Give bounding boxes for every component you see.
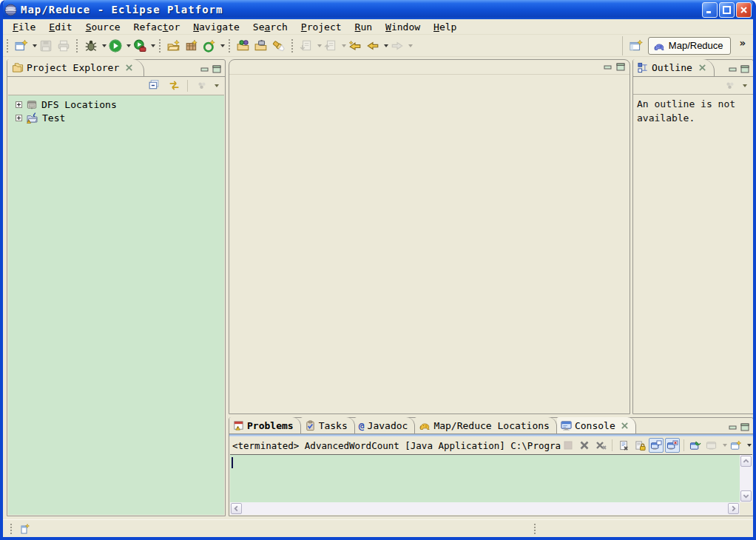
toolbar-grip[interactable]: [7, 39, 8, 53]
run-external-dropdown[interactable]: [151, 44, 155, 47]
console-toolbar-row: <terminated> AdvancedWordCount [Java App…: [229, 436, 753, 454]
open-console-dropdown[interactable]: [747, 444, 752, 447]
collapse-all-button[interactable]: [145, 77, 163, 95]
tab-javadoc[interactable]: @ Javadoc: [355, 417, 416, 433]
close-button[interactable]: [736, 2, 752, 18]
toolbar-grip[interactable]: [76, 39, 78, 53]
outline-tab[interactable]: Outline: [633, 59, 715, 76]
perspective-mapreduce-button[interactable]: Map/Reduce: [648, 37, 731, 55]
editor-minimize-icon[interactable]: [604, 64, 612, 71]
outline-toolbar: [633, 77, 753, 94]
console-maximize-icon[interactable]: [740, 423, 749, 431]
editor-maximize-icon[interactable]: [616, 63, 625, 71]
tree-item-dfs-locations[interactable]: DFS Locations: [16, 98, 224, 111]
console-body: [230, 454, 752, 515]
view-menu-dropdown[interactable]: [215, 84, 219, 87]
print-button: [55, 37, 72, 55]
minimize-button[interactable]: [702, 2, 718, 18]
menu-source[interactable]: Source: [79, 21, 127, 33]
last-edit-location-button[interactable]: [346, 37, 364, 55]
remove-launch-button[interactable]: [577, 438, 592, 453]
pin-console-button[interactable]: [688, 438, 703, 453]
outline-content: An outline is not available.: [633, 94, 753, 129]
tab-problems[interactable]: Problems: [229, 417, 301, 433]
save-button: [37, 37, 55, 55]
menu-run[interactable]: Run: [348, 21, 379, 33]
project-explorer-close-icon[interactable]: [125, 64, 133, 72]
clear-console-button[interactable]: [616, 438, 631, 453]
menu-navigate[interactable]: Navigate: [186, 21, 246, 33]
tab-console[interactable]: Console: [557, 417, 636, 433]
expand-icon[interactable]: [16, 115, 22, 121]
toolbar-grip[interactable]: [159, 39, 161, 53]
debug-button[interactable]: [82, 37, 100, 55]
show-stdout-button[interactable]: [649, 438, 664, 453]
search-button[interactable]: [270, 37, 288, 55]
remove-all-terminated-button[interactable]: [593, 438, 608, 453]
scroll-down-button[interactable]: [740, 490, 752, 502]
open-resource-button[interactable]: [252, 37, 270, 55]
horizontal-scrollbar[interactable]: [230, 502, 740, 515]
scroll-left-button[interactable]: [231, 503, 242, 514]
tab-label: Map/Reduce Locations: [433, 420, 550, 431]
show-stderr-button[interactable]: [665, 438, 680, 453]
new-class-dropdown[interactable]: [220, 44, 225, 47]
tab-label: Console: [575, 420, 615, 431]
link-with-editor-button[interactable]: [165, 77, 183, 95]
new-mapreduce-project-button[interactable]: [165, 37, 183, 55]
project-explorer-icon: [12, 62, 24, 73]
perspective-label: Map/Reduce: [669, 40, 723, 51]
status-bar: [3, 519, 753, 537]
back-button[interactable]: [364, 37, 382, 55]
outline-menu-dropdown[interactable]: [743, 84, 747, 87]
bottom-view-stack: Problems Tasks @ Javadoc Map/Reduce Loca…: [229, 417, 754, 516]
javadoc-icon: @: [359, 420, 365, 431]
outline-view: Outline An outline is not available.: [632, 59, 754, 414]
console-minimize-icon[interactable]: [729, 424, 738, 431]
tab-tasks[interactable]: Tasks: [301, 417, 355, 433]
run-button[interactable]: [107, 37, 124, 55]
fast-view-tray-icon[interactable]: [19, 523, 31, 535]
outline-title: Outline: [652, 62, 692, 73]
project-explorer-maximize-icon[interactable]: [212, 65, 221, 73]
scroll-right-button[interactable]: [728, 503, 739, 514]
toolbar-grip[interactable]: [229, 39, 230, 53]
run-external-button[interactable]: [131, 37, 149, 55]
console-output-area[interactable]: [230, 455, 740, 502]
tasks-icon: [305, 420, 316, 431]
outline-maximize-icon[interactable]: [740, 65, 749, 73]
menu-search[interactable]: Search: [246, 21, 294, 33]
new-class-button[interactable]: [200, 37, 218, 55]
scroll-lock-button[interactable]: [632, 438, 647, 453]
forward-button: [388, 37, 406, 55]
scroll-up-button[interactable]: [740, 456, 752, 467]
project-explorer-tab[interactable]: Project Explorer: [7, 59, 144, 76]
expand-icon[interactable]: [16, 101, 22, 108]
project-explorer-minimize-icon[interactable]: [200, 66, 209, 73]
menu-file[interactable]: File: [6, 21, 42, 33]
console-status-text: <terminated> AdvancedWordCount [Java App…: [232, 440, 561, 451]
console-tab-close-icon[interactable]: [621, 422, 629, 430]
maximize-button[interactable]: [719, 2, 735, 18]
open-perspective-button[interactable]: [627, 37, 645, 55]
editor-area: [229, 59, 630, 414]
statusbar-grip[interactable]: [10, 524, 12, 534]
menu-help[interactable]: Help: [427, 21, 463, 33]
tab-mapreduce-locations[interactable]: Map/Reduce Locations: [415, 417, 557, 433]
menu-edit[interactable]: Edit: [42, 21, 78, 33]
tab-label: Javadoc: [368, 420, 408, 431]
outline-close-icon[interactable]: [698, 64, 706, 72]
open-console-button[interactable]: [729, 438, 743, 453]
menu-window[interactable]: Window: [379, 21, 427, 33]
perspective-overflow-chevron[interactable]: »: [740, 35, 746, 49]
menu-refactor[interactable]: Refactor: [127, 21, 187, 33]
outline-minimize-icon[interactable]: [729, 66, 738, 73]
menu-project[interactable]: Project: [294, 21, 348, 33]
window-titlebar[interactable]: Map/Reduce - Eclipse Platform: [0, 0, 756, 19]
vertical-scrollbar[interactable]: [740, 455, 752, 502]
new-package-button[interactable]: [183, 37, 200, 55]
new-wizard-button[interactable]: [13, 37, 30, 55]
toolbar-grip[interactable]: [291, 39, 293, 53]
open-type-button[interactable]: [234, 37, 252, 55]
tree-item-test[interactable]: Test: [16, 111, 224, 124]
